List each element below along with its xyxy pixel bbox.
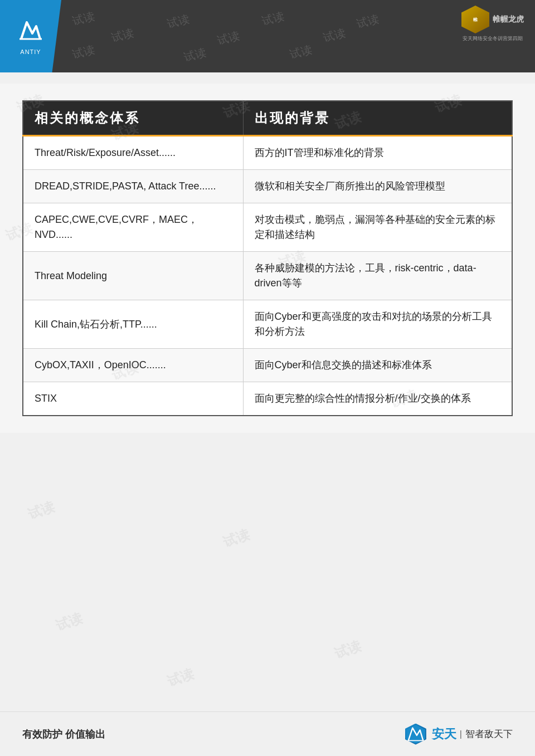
table-row: CybOX,TAXII，OpenIOC.......面向Cyber和信息交换的描… xyxy=(23,349,512,382)
footer-slogan: 有效防护 价值输出 xyxy=(22,728,105,741)
footer-brand-suffix: 智者敌天下 xyxy=(465,728,513,740)
watermark-13: 试读 xyxy=(332,637,363,662)
table-cell-left: Threat Modeling xyxy=(23,252,243,300)
header-watermark-8: 试读 xyxy=(71,42,96,62)
watermark-12: 试读 xyxy=(54,609,85,635)
table-cell-right: 各种威胁建模的方法论，工具，risk-centric，data-driven等等 xyxy=(243,252,512,300)
header-watermark-2: 试读 xyxy=(166,11,191,31)
table-cell-left: CybOX,TAXII，OpenIOC....... xyxy=(23,349,243,382)
col1-header: 相关的概念体系 xyxy=(23,101,243,136)
main-content: 相关的概念体系 出现的背景 Threat/Risk/Exposure/Asset… xyxy=(0,84,535,433)
table-header-row: 相关的概念体系 出现的背景 xyxy=(23,101,512,136)
logo-icon xyxy=(17,18,45,46)
watermark-11: 试读 xyxy=(221,525,252,551)
header-watermark-4: 试读 xyxy=(355,11,381,31)
table-cell-left: CAPEC,CWE,CVE,CVRF，MAEC，NVD...... xyxy=(23,203,243,252)
header: 试读 试读 试读 试读 试读 试读 试读 试读 试读 试读 ANTIY 帷 帷幄… xyxy=(0,0,535,72)
table-cell-left: STIX xyxy=(23,382,243,416)
header-watermark-1: 试读 xyxy=(71,8,96,28)
footer-brand: 安天 | 智者敌天下 xyxy=(405,724,513,745)
watermark-14: 试读 xyxy=(165,665,196,690)
header-right-brand: 帷 帷幄龙虎 安天网络安全冬训营第四期 xyxy=(461,6,524,42)
table-cell-left: Kill Chain,钻石分析,TTP...... xyxy=(23,300,243,349)
logo-box: ANTIY xyxy=(0,0,61,72)
table-cell-right: 面向Cyber和更高强度的攻击和对抗的场景的分析工具和分析方法 xyxy=(243,300,512,349)
header-watermark-7: 试读 xyxy=(322,25,347,45)
footer-logo-icon xyxy=(405,724,426,745)
table-cell-right: 微软和相关安全厂商所推出的风险管理模型 xyxy=(243,170,512,203)
header-watermark-6: 试读 xyxy=(216,28,241,48)
table-cell-right: 对攻击模式，脆弱点，漏洞等各种基础的安全元素的标定和描述结构 xyxy=(243,203,512,252)
table-row: CAPEC,CWE,CVE,CVRF，MAEC，NVD......对攻击模式，脆… xyxy=(23,203,512,252)
watermark-10: 试读 xyxy=(26,498,57,523)
table-cell-left: Threat/Risk/Exposure/Asset...... xyxy=(23,136,243,170)
table-cell-right: 面向Cyber和信息交换的描述和标准体系 xyxy=(243,349,512,382)
table-row: STIX面向更完整的综合性的情报分析/作业/交换的体系 xyxy=(23,382,512,416)
header-watermark-3: 试读 xyxy=(260,8,286,28)
table-row: Threat Modeling各种威胁建模的方法论，工具，risk-centri… xyxy=(23,252,512,300)
table-cell-left: DREAD,STRIDE,PASTA, Attack Tree...... xyxy=(23,170,243,203)
table-row: DREAD,STRIDE,PASTA, Attack Tree......微软和… xyxy=(23,170,512,203)
header-watermark-5: 试读 xyxy=(110,25,135,45)
right-brand-sub: 安天网络安全冬训营第四期 xyxy=(463,35,523,42)
concept-table: 相关的概念体系 出现的背景 Threat/Risk/Exposure/Asset… xyxy=(22,100,513,416)
table-row: Kill Chain,钻石分析,TTP......面向Cyber和更高强度的攻击… xyxy=(23,300,512,349)
right-brand-icon: 帷 xyxy=(461,6,489,33)
footer: 有效防护 价值输出 安天 | 智者敌天下 xyxy=(0,711,535,756)
table-cell-right: 面向更完整的综合性的情报分析/作业/交换的体系 xyxy=(243,382,512,416)
col2-header: 出现的背景 xyxy=(243,101,512,136)
footer-brand-name: 安天 xyxy=(432,726,456,743)
table-row: Threat/Risk/Exposure/Asset......西方的IT管理和… xyxy=(23,136,512,170)
logo-label: ANTIY xyxy=(20,48,41,55)
footer-divider: | xyxy=(460,729,462,739)
table-cell-right: 西方的IT管理和标准化的背景 xyxy=(243,136,512,170)
header-watermark-10: 试读 xyxy=(288,42,314,62)
header-watermark-9: 试读 xyxy=(182,45,208,65)
right-brand-name: 帷幄龙虎 xyxy=(493,14,524,25)
